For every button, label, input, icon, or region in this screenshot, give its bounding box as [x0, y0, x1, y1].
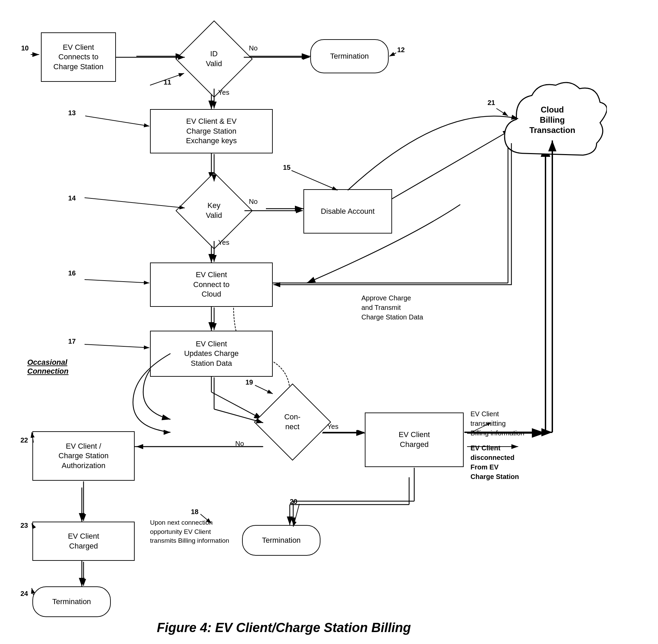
svg-line-52	[85, 280, 149, 283]
additional-arrows	[0, 0, 658, 644]
svg-line-58	[496, 108, 508, 116]
svg-line-57	[32, 588, 33, 595]
svg-line-56	[32, 523, 33, 527]
svg-line-53	[85, 344, 149, 348]
svg-line-54	[255, 385, 273, 394]
svg-line-61	[200, 514, 211, 523]
svg-line-59	[389, 53, 396, 56]
diagram-container: 10 EV ClientConnects toCharge Station ID…	[0, 0, 658, 644]
svg-line-55	[32, 432, 33, 443]
svg-line-62	[470, 423, 491, 433]
svg-line-51	[291, 170, 338, 190]
svg-line-38	[214, 409, 263, 423]
svg-line-50	[85, 198, 185, 208]
svg-line-49	[85, 116, 149, 126]
svg-line-48	[150, 73, 184, 85]
svg-line-60	[293, 504, 299, 527]
